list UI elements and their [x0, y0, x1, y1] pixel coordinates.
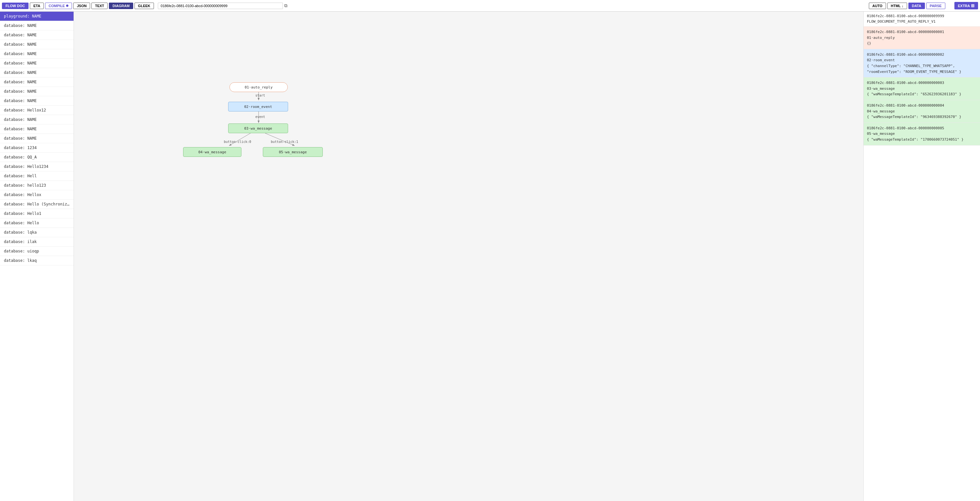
sidebar-item-21[interactable]: database: Hello1 [0, 209, 73, 218]
node-wa-message-4[interactable]: 04·wa_message [183, 147, 242, 157]
svg-line-2 [229, 133, 250, 145]
eta-button[interactable]: ETA [30, 3, 44, 9]
sidebar: playground: NAMEdatabase: NAMEdatabase: … [0, 12, 74, 501]
sidebar-item-7[interactable]: database: NAME [0, 78, 73, 87]
sidebar-item-3[interactable]: database: NAME [0, 40, 73, 49]
rp-card-2-line-1: 03·wa_message [867, 86, 977, 92]
node-room-event[interactable]: 02·room_event [228, 102, 288, 111]
rp-card-1-line-1: 02·room_event [867, 57, 977, 63]
diagram-svg: start event button-click:0 button-click:… [74, 12, 863, 501]
sidebar-item-1[interactable]: database: NAME [0, 21, 73, 30]
compile-button[interactable]: COMPILE [45, 3, 72, 9]
uuid-input-wrap: ⧉ [158, 3, 288, 9]
sidebar-item-17[interactable]: database: Hell [0, 172, 73, 181]
sidebar-item-2[interactable]: database: NAME [0, 30, 73, 40]
rp-card-3[interactable]: 0186fe2c-0881-0100-abcd-00000000000404·w… [864, 100, 980, 123]
sidebar-item-13[interactable]: database: NAME [0, 134, 73, 143]
node-wa-message-4-label: 04·wa_message [198, 150, 226, 154]
sidebar-item-14[interactable]: database: 1234 [0, 143, 73, 153]
rp-card-3-line-0: 0186fe2c-0881-0100-abcd-000000000004 [867, 103, 977, 108]
sidebar-item-19[interactable]: database: Hellox [0, 190, 73, 200]
node-wa-message-5[interactable]: 05·wa_message [263, 147, 323, 157]
node-wa-message-3[interactable]: 03·wa_message [228, 124, 288, 133]
rp-card-1-line-2: { "channelType": "CHANNEL_TYPE_WHATSAPP"… [867, 63, 977, 69]
sidebar-item-22[interactable]: database: Hello [0, 218, 73, 228]
sidebar-item-9[interactable]: database: NAME [0, 96, 73, 106]
node-wa-message-3-label: 03·wa_message [244, 126, 272, 130]
sidebar-item-6[interactable]: database: NAME [0, 68, 73, 78]
edge-label-start: start [255, 94, 265, 97]
parse-button[interactable]: PARSE [926, 3, 945, 9]
rp-header-type: FLOW_DOCUMENT_TYPE_AUTO_REPLY_V1 [867, 19, 977, 25]
sidebar-item-8[interactable]: database: NAME [0, 87, 73, 96]
rp-header: 0186fe2c-0881-0100-abcd-000000009999 FLO… [864, 12, 980, 27]
node-wa-message-5-label: 05·wa_message [279, 150, 307, 154]
svg-line-3 [265, 133, 294, 145]
sidebar-item-10[interactable]: database: Hellox12 [0, 106, 73, 115]
rp-card-0[interactable]: 0186fe2c-0881-0100-abcd-00000000000101·a… [864, 27, 980, 49]
gleek-button[interactable]: GLEEK [135, 3, 154, 9]
edge-label-button1: button-click:1 [271, 140, 298, 143]
rp-card-4-line-2: { "waMessageTemplateId": "17006600737240… [867, 137, 977, 143]
node-room-event-label: 02·room_event [244, 105, 272, 109]
node-auto-reply-label: 01·auto_reply [245, 85, 272, 89]
sidebar-item-11[interactable]: database: NAME [0, 115, 73, 124]
sidebar-item-20[interactable]: database: Hello (Synchronize API) [0, 200, 73, 209]
sidebar-item-5[interactable]: database: NAME [0, 59, 73, 68]
right-panel: 0186fe2c-0881-0100-abcd-000000009999 FLO… [863, 12, 980, 501]
rp-card-0-line-0: 0186fe2c-0881-0100-abcd-000000000001 [867, 29, 977, 35]
rp-card-0-line-2: {} [867, 40, 977, 46]
edge-label-button0: button-click:0 [224, 140, 251, 143]
rp-card-0-line-1: 01·auto_reply [867, 35, 977, 41]
sidebar-item-24[interactable]: database: ilak [0, 237, 73, 247]
toolbar-right: AUTO HTML ↓ DATA PARSE EXTRA ⊞ [869, 2, 978, 10]
text-button[interactable]: TEXT [91, 3, 108, 9]
rp-header-uuid: 0186fe2c-0881-0100-abcd-000000009999 [867, 14, 977, 19]
rp-card-1[interactable]: 0186fe2c-0881-0100-abcd-00000000000202·r… [864, 49, 980, 78]
sidebar-item-4[interactable]: database: NAME [0, 49, 73, 59]
data-button[interactable]: DATA [908, 3, 925, 9]
sidebar-item-16[interactable]: database: Hello1234 [0, 162, 73, 172]
node-auto-reply[interactable]: 01·auto_reply [229, 82, 288, 92]
toolbar: FLOW DOC ETA COMPILE JSON TEXT DIAGRAM G… [0, 0, 980, 12]
rp-card-2-line-0: 0186fe2c-0881-0100-abcd-000000000003 [867, 80, 977, 86]
sidebar-item-0[interactable]: playground: NAME [0, 12, 73, 21]
html-button[interactable]: HTML ↓ [887, 3, 907, 9]
sidebar-item-26[interactable]: database: lkaq [0, 256, 73, 266]
copy-icon[interactable]: ⧉ [284, 3, 288, 8]
uuid-input[interactable] [158, 3, 283, 9]
rp-card-2[interactable]: 0186fe2c-0881-0100-abcd-00000000000303·w… [864, 78, 980, 100]
sidebar-item-23[interactable]: database: lqka [0, 228, 73, 237]
auto-button[interactable]: AUTO [869, 3, 886, 9]
rp-card-3-line-1: 04·wa_message [867, 108, 977, 115]
sidebar-item-15[interactable]: database: QQ_A [0, 153, 73, 162]
sidebar-item-18[interactable]: database: hello123 [0, 181, 73, 190]
flow-doc-button[interactable]: FLOW DOC [2, 3, 29, 9]
rp-card-1-line-0: 0186fe2c-0881-0100-abcd-000000000002 [867, 52, 977, 58]
diagram-area[interactable]: start event button-click:0 button-click:… [74, 12, 863, 501]
compile-indicator [66, 5, 68, 7]
extra-button[interactable]: EXTRA ⊞ [955, 2, 978, 10]
json-button[interactable]: JSON [73, 3, 90, 9]
rp-card-1-line-3: "roomEventType": "ROOM_EVENT_TYPE_MESSAG… [867, 69, 977, 75]
rp-card-3-line-2: { "waMessageTemplateId": "96346938839267… [867, 114, 977, 120]
rp-card-2-line-2: { "waMessageTemplateId": "65262393620118… [867, 91, 977, 97]
sidebar-item-25[interactable]: database: uioqp [0, 247, 73, 256]
edge-label-event: event [255, 115, 265, 119]
rp-card-4[interactable]: 0186fe2c-0881-0100-abcd-00000000000505·w… [864, 123, 980, 145]
main-layout: playground: NAMEdatabase: NAMEdatabase: … [0, 12, 980, 501]
extra-icon: ⊞ [971, 3, 975, 8]
rp-card-4-line-0: 0186fe2c-0881-0100-abcd-000000000005 [867, 126, 977, 131]
diagram-button[interactable]: DIAGRAM [109, 3, 133, 9]
sidebar-item-12[interactable]: database: NAME [0, 124, 73, 134]
rp-card-4-line-1: 05·wa_message [867, 131, 977, 137]
